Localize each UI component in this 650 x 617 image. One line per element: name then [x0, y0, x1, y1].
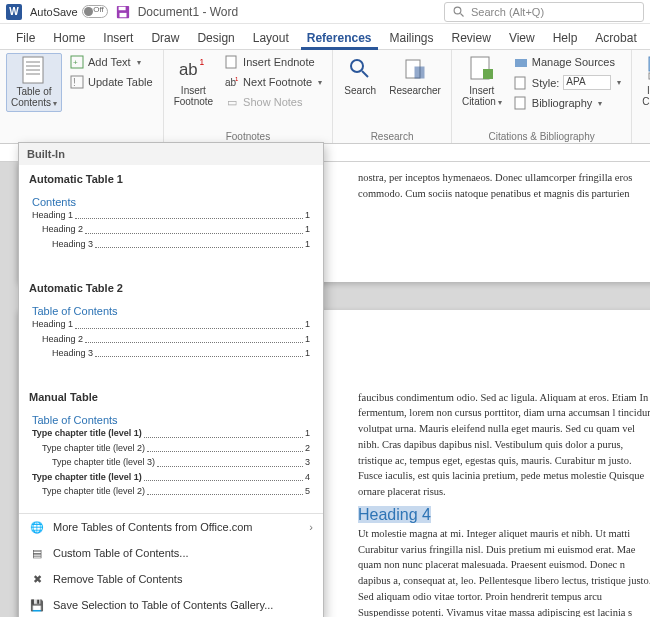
svg-text:!: !: [73, 77, 76, 88]
svg-rect-25: [515, 59, 527, 67]
globe-icon: 🌐: [29, 519, 45, 535]
svg-rect-22: [415, 67, 424, 78]
ribbon: Table of Contents▾ +Add Text▾ !Update Ta…: [0, 50, 650, 144]
manage-sources-icon: [514, 55, 528, 69]
remove-toc-menuitem[interactable]: ✖ Remove Table of Contents: [19, 566, 323, 592]
search-placeholder: Search (Alt+Q): [471, 6, 544, 18]
tab-help[interactable]: Help: [545, 27, 586, 49]
caption-icon: [646, 55, 650, 83]
svg-text:1: 1: [235, 76, 239, 82]
builtin-label: Built-In: [19, 143, 323, 165]
tab-view[interactable]: View: [501, 27, 543, 49]
show-notes-button: ▭Show Notes: [221, 93, 326, 111]
manage-sources-button[interactable]: Manage Sources: [510, 53, 626, 71]
more-toc-menuitem[interactable]: 🌐 More Tables of Contents from Office.co…: [19, 514, 323, 540]
toc-button[interactable]: Table of Contents▾: [6, 53, 62, 112]
group-footnotes: ab1 Insert Footnote Insert Endnote ab1Ne…: [164, 50, 334, 143]
gallery-auto1[interactable]: Automatic Table 1 Contents Heading 11 He…: [19, 165, 323, 274]
word-icon: W: [6, 4, 22, 20]
svg-point-19: [351, 60, 363, 72]
tab-home[interactable]: Home: [45, 27, 93, 49]
toc-icon: [20, 56, 48, 84]
group-research: Search Researcher Research: [333, 50, 452, 143]
save-selection-menuitem[interactable]: 💾 Save Selection to Table of Contents Ga…: [19, 592, 323, 617]
search-input[interactable]: Search (Alt+Q): [444, 2, 644, 22]
add-text-icon: +: [70, 55, 84, 69]
group-captions: Insert Caption ▤Insert Table ▤Update Tab…: [632, 50, 650, 143]
toc-gallery-dropdown: Built-In Automatic Table 1 Contents Head…: [18, 142, 324, 617]
svg-rect-1: [118, 6, 125, 10]
svg-rect-16: [226, 56, 236, 68]
custom-toc-menuitem[interactable]: ▤ Custom Table of Contents...: [19, 540, 323, 566]
autosave-toggle[interactable]: AutoSave Off: [30, 5, 108, 18]
gallery-auto2[interactable]: Automatic Table 2 Table of Contents Head…: [19, 274, 323, 383]
svg-point-3: [454, 7, 461, 14]
researcher-icon: [401, 55, 429, 83]
heading-4[interactable]: Heading 4: [358, 506, 650, 524]
add-text-button[interactable]: +Add Text▾: [66, 53, 157, 71]
insert-caption-button[interactable]: Insert Caption: [638, 53, 650, 109]
tab-review[interactable]: Review: [444, 27, 499, 49]
svg-line-4: [461, 13, 464, 16]
footnotes-group-label: Footnotes: [170, 130, 327, 142]
research-group-label: Research: [339, 130, 445, 142]
search-icon: [453, 6, 465, 18]
body-text: Ut molestie magna at mi. Integer aliquet…: [358, 526, 650, 617]
svg-text:1: 1: [200, 57, 205, 67]
tab-layout[interactable]: Layout: [245, 27, 297, 49]
custom-toc-icon: ▤: [29, 545, 45, 561]
researcher-button[interactable]: Researcher: [385, 53, 445, 98]
insert-endnote-button[interactable]: Insert Endnote: [221, 53, 326, 71]
style-select[interactable]: Style: APA▾: [510, 73, 626, 92]
insert-citation-button[interactable]: Insert Citation▾: [458, 53, 506, 110]
autosave-label: AutoSave: [30, 6, 78, 18]
group-citations: Insert Citation▾ Manage Sources Style: A…: [452, 50, 632, 143]
tab-references[interactable]: References: [299, 27, 380, 49]
smart-search-button[interactable]: Search: [339, 53, 381, 98]
bibliography-button[interactable]: Bibliography▾: [510, 94, 626, 112]
insert-footnote-button[interactable]: ab1 Insert Footnote: [170, 53, 217, 109]
citation-icon: [468, 55, 496, 83]
bibliography-icon: [514, 96, 528, 110]
tab-design[interactable]: Design: [189, 27, 242, 49]
tab-draw[interactable]: Draw: [143, 27, 187, 49]
footnote-icon: ab1: [179, 55, 207, 83]
update-icon: !: [70, 75, 84, 89]
save-icon[interactable]: [116, 5, 130, 19]
svg-text:ab: ab: [179, 60, 198, 79]
captions-group-label: Captions: [638, 130, 650, 142]
svg-line-20: [362, 71, 368, 77]
remove-toc-icon: ✖: [29, 571, 45, 587]
menubar: File Home Insert Draw Design Layout Refe…: [0, 24, 650, 50]
tab-acrobat[interactable]: Acrobat: [587, 27, 644, 49]
svg-rect-26: [515, 77, 525, 89]
next-footnote-button[interactable]: ab1Next Footnote▾: [221, 73, 326, 91]
gallery-manual[interactable]: Manual Table Table of Contents Type chap…: [19, 383, 323, 513]
svg-rect-2: [119, 12, 126, 16]
toggle-icon: Off: [82, 5, 108, 18]
tab-mailings[interactable]: Mailings: [382, 27, 442, 49]
chevron-right-icon: ›: [309, 521, 313, 533]
citations-group-label: Citations & Bibliography: [458, 130, 625, 142]
next-footnote-icon: ab1: [225, 75, 239, 89]
body-text: nostra, per inceptos hymenaeos. Donec ul…: [358, 170, 650, 186]
save-gallery-icon: 💾: [29, 597, 45, 613]
style-icon: [514, 76, 528, 90]
titlebar: W AutoSave Off Document1 - Word Search (…: [0, 0, 650, 24]
svg-rect-24: [483, 69, 493, 79]
update-table-button[interactable]: !Update Table: [66, 73, 157, 91]
endnote-icon: [225, 55, 239, 69]
body-text: commodo. Cum sociis natoque penatibus et…: [358, 186, 650, 202]
document-title: Document1 - Word: [138, 5, 238, 19]
search-big-icon: [346, 55, 374, 83]
group-toc: Table of Contents▾ +Add Text▾ !Update Ta…: [0, 50, 164, 143]
tab-insert[interactable]: Insert: [95, 27, 141, 49]
tab-file[interactable]: File: [8, 27, 43, 49]
show-notes-icon: ▭: [225, 95, 239, 109]
body-text: faucibus condimentum odio. Sed ac ligula…: [358, 390, 650, 500]
svg-rect-27: [515, 97, 525, 109]
svg-text:+: +: [73, 58, 78, 67]
